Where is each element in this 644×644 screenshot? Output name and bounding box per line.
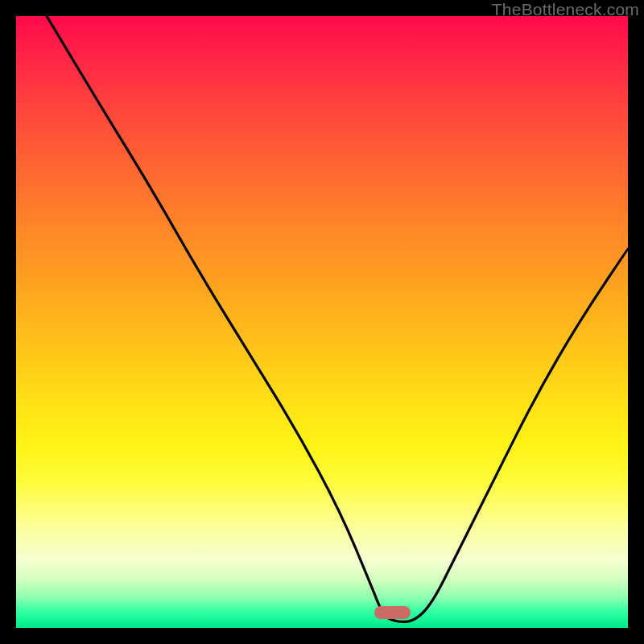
optimal-marker	[374, 606, 411, 618]
chart-frame: TheBottleneck.com	[0, 0, 644, 644]
bottleneck-curve	[47, 16, 628, 621]
curve-svg	[16, 16, 628, 628]
plot-area	[16, 16, 628, 628]
